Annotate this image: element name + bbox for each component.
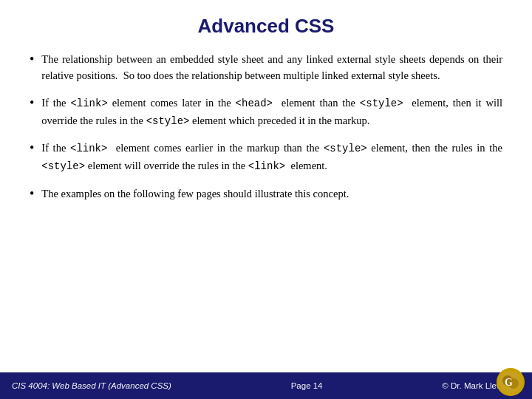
- bullet-item-1: • The relationship between an embedded s…: [30, 51, 502, 84]
- code-head-1: <head>: [236, 98, 273, 109]
- bullet-dot-2: •: [30, 93, 34, 114]
- slide-container: Advanced CSS • The relationship between …: [0, 0, 532, 399]
- bullet-item-4: • The examples on the following few page…: [30, 185, 502, 205]
- code-link-2: <link>: [70, 143, 107, 154]
- svg-text:G: G: [505, 377, 513, 388]
- footer-logo: G: [497, 368, 526, 398]
- footer-page-number: Page 14: [291, 381, 323, 390]
- slide-title: Advanced CSS: [30, 15, 502, 38]
- logo-svg: G: [499, 370, 522, 394]
- bullet-text-1: The relationship between an embedded sty…: [41, 51, 502, 84]
- bullet-text-4: The examples on the following few pages …: [41, 185, 502, 202]
- bullet-dot-3: •: [30, 138, 34, 159]
- footer-course-label: CIS 4004: Web Based IT (Advanced CSS): [12, 381, 171, 390]
- bullet-text-3: If the <link> element comes earlier in t…: [41, 140, 502, 174]
- code-link-3: <link>: [248, 160, 285, 172]
- bullet-text-2: If the <link> element comes later in the…: [41, 95, 502, 129]
- slide-body: • The relationship between an embedded s…: [30, 51, 502, 399]
- bullet-dot-1: •: [30, 50, 34, 70]
- bullet-item-3: • If the <link> element comes earlier in…: [30, 140, 502, 174]
- logo-circle: G: [497, 368, 525, 396]
- code-link-1: <link>: [70, 98, 107, 109]
- code-style-4: <style>: [41, 160, 85, 172]
- code-style-2: <style>: [146, 115, 190, 127]
- code-style-3: <style>: [324, 143, 367, 154]
- bullet-dot-4: •: [30, 184, 34, 205]
- bullet-item-2: • If the <link> element comes later in t…: [30, 95, 502, 129]
- code-style-1: <style>: [360, 98, 403, 109]
- slide-footer: CIS 4004: Web Based IT (Advanced CSS) Pa…: [0, 372, 532, 399]
